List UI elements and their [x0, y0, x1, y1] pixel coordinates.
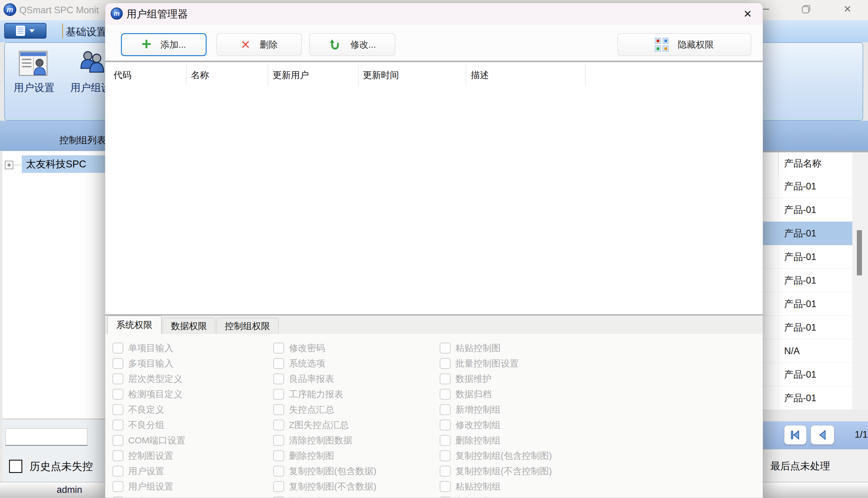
permission-item: 批量控制图设置: [440, 357, 596, 369]
permission-checkbox[interactable]: [113, 497, 123, 498]
column-header-name[interactable]: 名称: [191, 62, 209, 88]
permission-item: 复制控制组(不含控制图): [440, 465, 596, 477]
history-point-label: 历史点未失控: [29, 458, 93, 475]
ribbon-separator: [62, 24, 63, 38]
tab-system-permissions[interactable]: 系统权限: [107, 315, 162, 334]
column-header-code[interactable]: 代码: [114, 62, 131, 88]
permission-checkbox[interactable]: [113, 358, 123, 369]
tab-control-group-permissions[interactable]: 控制组权限: [216, 318, 279, 334]
permission-item: COM端口设置: [113, 434, 269, 446]
permission-item: 多项目输入: [113, 357, 269, 369]
permission-item: 不良分组: [113, 419, 269, 431]
main-menu-button[interactable]: [4, 23, 47, 39]
permission-item: Z图失控点汇总: [273, 419, 430, 431]
permission-checkbox[interactable]: [273, 497, 284, 498]
permission-item: 系统选项: [273, 357, 430, 369]
delete-button[interactable]: ✕ 删除: [216, 33, 302, 56]
permission-checkbox[interactable]: [113, 481, 123, 492]
permission-label: 新增控制组: [456, 404, 501, 416]
permission-item: 用户组设置: [113, 481, 269, 493]
tree-expander-icon[interactable]: +: [5, 161, 13, 169]
permission-label: 层次类型定义: [128, 373, 183, 385]
permission-checkbox[interactable]: [273, 450, 284, 461]
modify-button[interactable]: 修改...: [309, 33, 395, 56]
permission-label: 不良定义: [128, 404, 165, 416]
permission-checkbox[interactable]: [273, 481, 284, 492]
permission-checkbox[interactable]: [440, 497, 451, 498]
close-button[interactable]: ✕: [837, 0, 858, 18]
permission-checkbox[interactable]: [113, 389, 123, 400]
permission-checkbox[interactable]: [273, 389, 284, 400]
permissions-column-1: 单项目输入 多项目输入 层次类型定义 检测项目定义 不良定义 不良分组: [113, 342, 269, 498]
permission-checkbox[interactable]: [440, 404, 451, 415]
permission-item: 修改控制组: [440, 419, 596, 431]
permission-checkbox[interactable]: [113, 343, 123, 354]
product-name-cell: N/A: [784, 346, 800, 356]
scrollbar-thumb[interactable]: [857, 230, 862, 275]
permission-checkbox[interactable]: [440, 450, 451, 461]
permission-checkbox[interactable]: [273, 358, 284, 369]
column-divider: [186, 64, 187, 86]
delete-button-label: 删除: [260, 39, 278, 51]
permission-checkbox[interactable]: [113, 450, 123, 461]
permission-checkbox[interactable]: [440, 343, 451, 354]
permission-item: 修改密码: [273, 342, 430, 354]
vertical-scrollbar[interactable]: [852, 152, 868, 410]
permission-label: 多项目输入: [128, 357, 173, 370]
permission-checkbox[interactable]: [440, 358, 451, 369]
add-button-label: 添加...: [160, 39, 186, 51]
tab-data-permissions[interactable]: 数据权限: [162, 318, 215, 334]
permission-item: 用户设置: [113, 465, 269, 477]
grid-icon: [655, 38, 669, 52]
permission-checkbox[interactable]: [273, 374, 284, 384]
tree-item-taiyou-spc[interactable]: 太友科技SPC: [26, 155, 86, 173]
ribbon-tab-basic-settings[interactable]: 基础设置: [66, 20, 107, 42]
permission-checkbox[interactable]: [113, 435, 123, 446]
column-header-description[interactable]: 描述: [471, 62, 489, 88]
dialog-close-button[interactable]: ✕: [739, 5, 756, 22]
product-name-cell: 产品-01: [784, 299, 816, 309]
product-name-cell: 产品-01: [784, 275, 816, 286]
permission-item: 控制图设置: [113, 450, 269, 462]
permission-checkbox[interactable]: [113, 466, 123, 476]
product-name-cell: 产品-01: [784, 393, 816, 403]
column-header-update-user[interactable]: 更新用户: [273, 62, 309, 88]
permission-checkbox[interactable]: [113, 374, 123, 384]
permission-item: 数据维护: [440, 373, 596, 385]
permission-checkbox[interactable]: [440, 420, 451, 430]
permission-label: 删除控制图: [289, 450, 334, 462]
filter-input[interactable]: [5, 428, 88, 446]
column-header-update-time[interactable]: 更新时间: [363, 62, 399, 88]
permission-checkbox[interactable]: [440, 389, 451, 400]
modify-button-label: 修改...: [350, 39, 376, 51]
permission-label: COM端口设置: [128, 434, 185, 447]
permission-checkbox[interactable]: [440, 435, 451, 446]
permission-checkbox[interactable]: [113, 420, 123, 430]
permission-checkbox[interactable]: [273, 435, 284, 446]
system-permissions-panel: 单项目输入 多项目输入 层次类型定义 检测项目定义 不良定义 不良分组: [105, 334, 763, 498]
permission-label: 检测项目定义: [128, 388, 183, 401]
permission-checkbox[interactable]: [273, 420, 284, 430]
restore-button[interactable]: [795, 0, 816, 18]
permission-checkbox[interactable]: [113, 404, 123, 415]
permission-item: 复制控制图(包含数据): [273, 465, 430, 477]
permission-label: 复制控制组(不含控制图): [456, 465, 552, 477]
restore-icon: [802, 5, 810, 13]
column-divider: [778, 152, 778, 175]
permission-checkbox[interactable]: [440, 374, 451, 384]
permission-checkbox[interactable]: [273, 466, 284, 476]
permission-checkbox[interactable]: [273, 404, 284, 415]
ribbon-button-user-settings[interactable]: 用户设置: [12, 81, 57, 95]
permission-checkbox[interactable]: [440, 466, 451, 476]
permission-checkbox[interactable]: [440, 481, 451, 492]
hide-permissions-button[interactable]: 隐藏权限: [617, 33, 751, 56]
permission-item: 剪切控制图: [273, 496, 430, 498]
add-button[interactable]: + 添加...: [121, 33, 207, 56]
previous-page-button[interactable]: [811, 425, 834, 445]
history-point-checkbox[interactable]: [9, 460, 22, 473]
first-page-button[interactable]: [784, 425, 806, 445]
permission-item: 单项目输入: [113, 342, 269, 354]
permission-label: 用户组设置: [128, 481, 173, 493]
permission-checkbox[interactable]: [273, 343, 284, 354]
permission-item: 删除控制图: [273, 450, 430, 462]
